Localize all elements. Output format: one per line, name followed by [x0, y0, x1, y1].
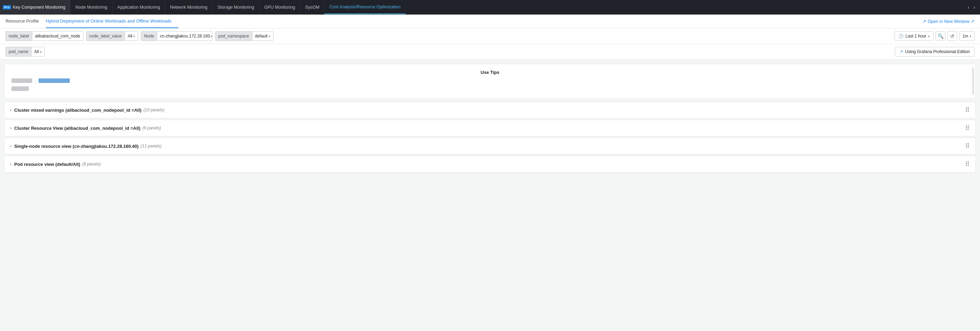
- open-in-new-window-icon: ↗: [923, 19, 926, 24]
- filter-group-pod-namespace: pod_namespacedefault: [215, 31, 274, 41]
- nav-tab-gpu-monitoring[interactable]: GPU Monitoring: [259, 0, 300, 14]
- section-title-cluster-mixed: Cluster mixed earnings (alibacloud_com_n…: [14, 108, 142, 113]
- nav-tab-pro-key-component[interactable]: ProKey Component Monitoring: [0, 0, 70, 14]
- filter-group-node: Nodecn-zhangjiakou.172.28.160.40: [141, 31, 212, 41]
- blurred-link-1: [38, 78, 70, 83]
- main-content: Use Tips : ›Cluster mixed earnings (alib…: [0, 64, 980, 172]
- section-menu-button-cluster-mixed[interactable]: ⠿: [965, 106, 970, 114]
- time-picker-label: Last 1 hour: [905, 33, 926, 38]
- filter-label-node-label: node_label: [6, 31, 32, 41]
- section-panels-single-node: (11 panels): [140, 144, 161, 148]
- nav-tab-label-cost-analysis: Cost Analysis/Resource Optimization: [329, 5, 401, 10]
- nav-tab-node-monitoring[interactable]: Node Monitoring: [70, 0, 113, 14]
- filter-label-node-label-value: node_label_value: [86, 31, 124, 41]
- pro-badge: Pro: [3, 5, 11, 10]
- interval-picker[interactable]: 1m ▾: [959, 31, 974, 41]
- time-picker-chevron: ▾: [928, 34, 930, 38]
- top-navigation: ProKey Component MonitoringNode Monitori…: [0, 0, 980, 14]
- filter-group-node-label-value: node_label_valueAll: [86, 31, 138, 41]
- use-tips-title: Use Tips: [11, 70, 969, 75]
- refresh-icon: ↺: [950, 33, 954, 39]
- filter-label-pod-namespace: pod_namespace: [215, 31, 252, 41]
- refresh-button[interactable]: ↺: [947, 31, 957, 41]
- filter-value-pod-name[interactable]: All: [31, 47, 45, 57]
- sub-navigation: Resource ProfileHybrid Deployment of Onl…: [0, 14, 980, 29]
- section-chevron-cluster-resource: ›: [10, 126, 11, 130]
- sub-nav-item-resource-profile[interactable]: Resource Profile: [6, 14, 46, 28]
- section-chevron-cluster-mixed: ›: [10, 108, 11, 112]
- filter-label-node: Node: [141, 31, 157, 41]
- section-row-cluster-mixed[interactable]: ›Cluster mixed earnings (alibacloud_com_…: [4, 102, 976, 118]
- filter-value-node[interactable]: cn-zhangjiakou.172.28.160.40: [157, 31, 212, 41]
- use-tips-content: :: [11, 78, 969, 93]
- sub-nav-item-hybrid-deployment[interactable]: Hybrid Deployment of Online Workloads an…: [46, 14, 178, 28]
- section-row-single-node[interactable]: ›Single-node resource view (cn-zhangjiak…: [4, 138, 976, 154]
- filter-label-pod-name: pod_name: [6, 47, 31, 57]
- grafana-link-icon: ↗: [899, 49, 903, 54]
- nav-tab-label-pro-key-component: Key Component Monitoring: [13, 5, 65, 10]
- nav-tab-label-node-monitoring: Node Monitoring: [75, 5, 107, 10]
- section-chevron-pod-resource: ›: [10, 162, 11, 167]
- filters-bar-row1: node_labelalibabacloud_com_nodenode_labe…: [0, 29, 980, 44]
- section-panels-pod-resource: (6 panels): [82, 162, 101, 167]
- open-in-new-window-label: Open in New Window ↗: [928, 19, 974, 24]
- grafana-button-label: Using Grafana Professional Edition: [905, 49, 970, 54]
- filter-value-pod-namespace[interactable]: default: [252, 31, 274, 41]
- nav-arrows: ‹ ›: [963, 0, 980, 14]
- section-chevron-single-node: ›: [10, 144, 11, 148]
- section-panels-cluster-mixed: (10 panels): [144, 108, 164, 112]
- time-picker[interactable]: 🕐 Last 1 hour ▾: [895, 31, 934, 41]
- section-title-single-node: Single-node resource view (cn-zhangjiako…: [14, 144, 138, 149]
- use-tips-box: Use Tips :: [4, 64, 976, 99]
- filter-value-node-label[interactable]: alibabacloud_com_node: [32, 31, 83, 41]
- section-menu-button-single-node[interactable]: ⠿: [965, 142, 970, 150]
- nav-tab-label-application-monitoring: Application Monitoring: [117, 5, 160, 10]
- section-title-pod-resource: Pod resource view (default/All): [14, 162, 80, 167]
- zoom-out-icon: 🔍: [938, 33, 943, 39]
- section-menu-button-pod-resource[interactable]: ⠿: [965, 160, 970, 168]
- nav-tab-application-monitoring[interactable]: Application Monitoring: [113, 0, 165, 14]
- colon-separator: :: [35, 79, 36, 84]
- interval-value: 1m: [962, 33, 968, 38]
- section-panels-cluster-resource: (6 panels): [143, 126, 161, 130]
- nav-tab-sysom[interactable]: SysOM: [300, 0, 325, 14]
- interval-chevron: ▾: [970, 34, 971, 38]
- nav-tab-label-gpu-monitoring: GPU Monitoring: [264, 5, 295, 10]
- nav-tab-network-monitoring[interactable]: Network Monitoring: [165, 0, 213, 14]
- nav-tab-label-storage-monitoring: Storage Monitoring: [218, 5, 255, 10]
- filter-group-pod-name: pod_nameAll: [6, 47, 45, 57]
- section-row-cluster-resource[interactable]: ›Cluster Resource View (alibacloud_com_n…: [4, 120, 976, 136]
- open-in-new-window-link[interactable]: ↗ Open in New Window ↗: [923, 19, 974, 24]
- nav-tab-storage-monitoring[interactable]: Storage Monitoring: [213, 0, 259, 14]
- nav-tab-cost-analysis[interactable]: Cost Analysis/Resource Optimization: [325, 0, 406, 14]
- section-menu-button-cluster-resource[interactable]: ⠿: [965, 124, 970, 132]
- time-controls: 🕐 Last 1 hour ▾ 🔍 ↺ 1m ▾: [895, 31, 974, 41]
- grafana-professional-button[interactable]: ↗ Using Grafana Professional Edition: [895, 47, 974, 57]
- section-row-pod-resource[interactable]: ›Pod resource view (default/All)(6 panel…: [4, 156, 976, 172]
- nav-tab-label-sysom: SysOM: [305, 5, 319, 10]
- blurred-label-2: [11, 86, 29, 91]
- clock-icon: 🕐: [899, 33, 904, 38]
- blurred-label-1: [11, 78, 32, 83]
- nav-next-arrow[interactable]: ›: [971, 3, 977, 11]
- nav-prev-arrow[interactable]: ‹: [966, 3, 972, 11]
- zoom-out-button[interactable]: 🔍: [935, 31, 945, 41]
- filter-value-node-label-value[interactable]: All: [124, 31, 138, 41]
- filters-bar-row2: pod_nameAll ↗ Using Grafana Professional…: [0, 44, 980, 60]
- filter-group-node-label: node_labelalibabacloud_com_node: [6, 31, 83, 41]
- scrollbar[interactable]: [972, 68, 974, 95]
- section-title-cluster-resource: Cluster Resource View (alibacloud_com_no…: [14, 126, 140, 131]
- nav-tab-label-network-monitoring: Network Monitoring: [170, 5, 207, 10]
